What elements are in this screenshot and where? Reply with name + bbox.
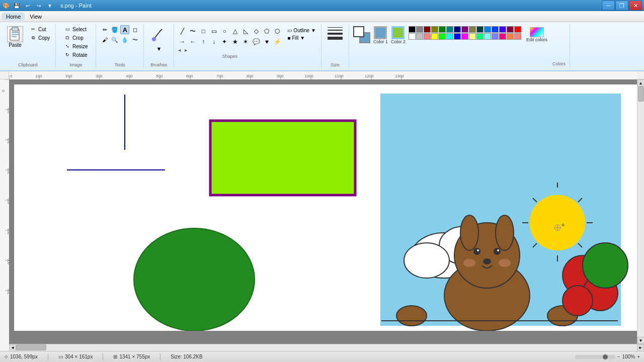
diamond-shape[interactable]: ◇ — [251, 26, 261, 36]
zoom-minus[interactable]: − — [617, 354, 620, 359]
palette-black[interactable] — [409, 26, 416, 33]
arrow-up-shape[interactable]: ↑ — [198, 37, 208, 47]
zoom-plus[interactable]: + — [637, 354, 640, 359]
palette-red[interactable] — [514, 26, 521, 33]
palette-lightcyan[interactable] — [484, 33, 491, 40]
copy-button[interactable]: ⧉ Copy — [28, 34, 51, 42]
hexagon-shape[interactable]: ⬡ — [272, 26, 282, 36]
quick-redo-btn[interactable]: ↪ — [34, 1, 43, 10]
size-1px[interactable] — [328, 27, 343, 28]
arrow-left-shape[interactable]: ← — [188, 37, 198, 47]
scroll-left-btn[interactable]: ◄ — [9, 344, 16, 351]
paste-button[interactable]: Paste — [4, 25, 26, 49]
scroll-track-v[interactable] — [637, 86, 644, 337]
quick-menu-btn[interactable]: ▼ — [45, 1, 54, 10]
pencil-tool[interactable]: ✏ — [100, 25, 109, 34]
zoom-bar[interactable] — [575, 355, 615, 359]
shapes-scroll-left[interactable]: ◄ — [177, 48, 182, 53]
eraser-tool[interactable]: ◻ — [130, 25, 139, 34]
crop-button[interactable]: ⊡ Crop — [62, 34, 85, 42]
palette-darkred[interactable] — [424, 26, 431, 33]
palette-lightyellow[interactable] — [469, 33, 476, 40]
magnifier-tool[interactable]: 🔍 — [110, 35, 119, 44]
vertical-scrollbar[interactable]: ▲ ▼ — [637, 79, 644, 344]
shapes-scroll-right[interactable]: ► — [184, 48, 188, 53]
scroll-track-h[interactable] — [16, 344, 637, 351]
palette-teal[interactable] — [446, 26, 453, 33]
rect-shape[interactable]: □ — [198, 26, 208, 36]
arrow-right-shape[interactable]: → — [177, 37, 187, 47]
star4-shape[interactable]: ✦ — [219, 37, 229, 47]
palette-lightred[interactable] — [424, 33, 431, 40]
palette-yellow[interactable] — [431, 33, 438, 40]
active-color1-selector[interactable] — [374, 26, 387, 39]
fill-button[interactable]: ■ Fill ▼ — [285, 35, 318, 41]
scroll-up-btn[interactable]: ▲ — [637, 79, 645, 86]
rounded-rect-shape[interactable]: ▭ — [209, 26, 219, 36]
quick-undo-btn[interactable]: ↩ — [23, 1, 32, 10]
brush-down-arrow[interactable]: ▼ — [150, 45, 168, 52]
star5-shape[interactable]: ★ — [230, 37, 240, 47]
palette-olive[interactable] — [431, 26, 438, 33]
palette-green[interactable] — [439, 26, 446, 33]
curve-shape[interactable]: 〜 — [188, 26, 198, 36]
color1-box[interactable] — [353, 26, 364, 37]
palette-orange[interactable] — [507, 33, 514, 40]
palette-darkteal[interactable] — [476, 26, 484, 33]
palette-brightblue[interactable] — [454, 33, 461, 40]
cut-button[interactable]: ✂ Cut — [28, 25, 51, 33]
quick-save-btn[interactable]: 💾 — [12, 1, 21, 10]
palette-lightgreen[interactable] — [476, 33, 484, 40]
star6-shape[interactable]: ✶ — [240, 37, 251, 47]
palette-darkblue[interactable] — [492, 26, 499, 33]
menu-view[interactable]: View — [26, 13, 46, 21]
picker-tool[interactable]: 💧 — [120, 35, 129, 44]
resize-button[interactable]: ⤡ Resize — [62, 42, 90, 50]
palette-gray[interactable] — [416, 26, 423, 33]
horizontal-scrollbar[interactable]: ◄ ► — [9, 344, 644, 351]
brush-selector[interactable] — [150, 25, 168, 43]
curve-tool[interactable]: 〜 — [130, 35, 139, 44]
palette-darkyellow[interactable] — [469, 26, 476, 33]
zoom-thumb[interactable] — [603, 354, 608, 359]
close-btn[interactable]: ✕ — [629, 1, 642, 11]
palette-burgundy[interactable] — [507, 26, 514, 33]
palette-cyan[interactable] — [446, 33, 453, 40]
palette-silver[interactable] — [416, 33, 423, 40]
scroll-right-btn[interactable]: ► — [637, 344, 644, 351]
size-6px[interactable] — [328, 37, 343, 40]
palette-hotpink[interactable] — [499, 33, 506, 40]
pentagon-shape[interactable]: ⬠ — [262, 26, 272, 36]
select-button[interactable]: ▭ Select — [62, 25, 88, 33]
text-tool[interactable]: A — [120, 25, 129, 34]
palette-purple[interactable] — [461, 26, 468, 33]
palette-blue[interactable] — [484, 26, 491, 33]
size-4px[interactable] — [328, 33, 343, 35]
line-shape[interactable]: ╱ — [177, 26, 187, 36]
palette-violet[interactable] — [499, 26, 506, 33]
palette-navy[interactable] — [454, 26, 461, 33]
palette-lime[interactable] — [439, 33, 446, 40]
size-2px[interactable] — [328, 30, 343, 31]
ellipse-shape[interactable]: ○ — [219, 26, 229, 36]
edit-colors-button[interactable]: Edit colors — [524, 26, 549, 43]
palette-lightblue[interactable] — [492, 33, 499, 40]
arrow-down-shape[interactable]: ↓ — [209, 37, 219, 47]
brush-tool[interactable]: 🖌 — [100, 35, 109, 44]
fill-tool[interactable]: 🪣 — [110, 25, 119, 34]
scroll-thumb-h[interactable] — [16, 344, 46, 350]
lightning-shape[interactable]: ⚡ — [272, 37, 282, 47]
scroll-down-btn[interactable]: ▼ — [637, 337, 645, 344]
drawing-canvas[interactable]: + — [14, 84, 637, 331]
heart-shape[interactable]: ♥ — [262, 37, 272, 47]
triangle-shape[interactable]: △ — [230, 26, 240, 36]
palette-white[interactable] — [409, 33, 416, 40]
outline-button[interactable]: ▭ Outline ▼ — [285, 27, 318, 34]
palette-magenta[interactable] — [461, 33, 468, 40]
minimize-btn[interactable]: ─ — [602, 1, 615, 11]
active-color2-selector[interactable] — [391, 26, 405, 39]
menu-home[interactable]: Home — [2, 13, 25, 21]
rotate-button[interactable]: ↻ Rotate — [62, 51, 89, 59]
restore-btn[interactable]: ❐ — [615, 1, 628, 11]
canvas-area[interactable]: + — [9, 79, 637, 344]
